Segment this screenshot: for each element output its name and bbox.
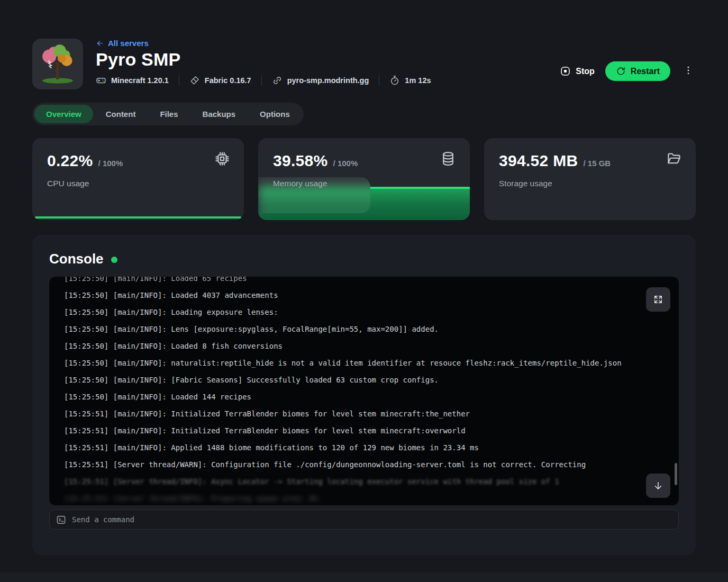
server-nav-tabs: OverviewContentFilesBackupsOptions bbox=[32, 103, 304, 125]
stats-row: 0.22% / 100% CPU usage 39.58% / 100% Mem… bbox=[32, 138, 696, 220]
stopwatch-icon bbox=[389, 75, 400, 86]
server-online-status-dot bbox=[111, 257, 117, 263]
storage-usage-limit: / 15 GB bbox=[583, 159, 611, 168]
memory-usage-limit: / 100% bbox=[333, 159, 358, 168]
command-input[interactable] bbox=[72, 515, 672, 524]
console-log-lines: [15:25:50] [main/INFO]: Loaded 65 recipe… bbox=[64, 277, 679, 505]
page-title: Pyro SMP bbox=[96, 49, 441, 70]
memory-usage-value: 39.58% bbox=[273, 152, 328, 170]
restart-button[interactable]: Restart bbox=[605, 61, 670, 81]
tab-overview[interactable]: Overview bbox=[34, 105, 93, 123]
stop-button-label: Stop bbox=[576, 67, 595, 76]
server-meta-label: 1m 12s bbox=[405, 76, 431, 85]
tab-options[interactable]: Options bbox=[248, 105, 302, 123]
fabric-icon bbox=[189, 75, 200, 86]
tab-content[interactable]: Content bbox=[94, 105, 148, 123]
server-meta-item: 1m 12s bbox=[379, 75, 441, 86]
gamepad-icon bbox=[96, 75, 106, 86]
console-log-line: [15:25:50] [main/INFO]: Loading exposure… bbox=[64, 304, 679, 321]
memory-usage-card: 39.58% / 100% Memory usage bbox=[258, 138, 470, 220]
server-avatar bbox=[32, 39, 83, 89]
more-options-button[interactable] bbox=[681, 63, 696, 79]
arrow-left-icon bbox=[96, 39, 104, 48]
console-log-line: [15:25:50] [main/INFO]: [Fabric Seasons]… bbox=[64, 371, 679, 388]
tab-backups[interactable]: Backups bbox=[191, 105, 248, 123]
console-section: Console [15:25:50] [main/INFO]: Loaded 6… bbox=[32, 235, 696, 555]
server-meta-row: Minecraft 1.20.1Fabric 0.16.7pyro-smp.mo… bbox=[96, 75, 441, 86]
cpu-usage-value: 0.22% bbox=[47, 152, 93, 170]
console-log-line: [15:25:51] [Server thread/INFO]: Async L… bbox=[64, 473, 679, 490]
tree-avatar-image bbox=[35, 42, 80, 86]
back-link-label: All servers bbox=[108, 39, 149, 48]
console-log-line: [15:25:51] [main/INFO]: Applied 1488 bio… bbox=[64, 439, 679, 456]
cpu-chip-icon bbox=[214, 151, 230, 167]
stop-button[interactable]: Stop bbox=[560, 66, 595, 77]
server-meta-item: Minecraft 1.20.1 bbox=[96, 75, 179, 86]
expand-icon bbox=[653, 294, 663, 305]
command-input-row bbox=[49, 510, 679, 530]
console-log-line: [15:25:51] [main/INFO]: Initialized Terr… bbox=[64, 422, 679, 439]
terminal-prompt-icon bbox=[56, 515, 66, 525]
console-log-line: [15:25:50] [main/INFO]: Lens [exposure:s… bbox=[64, 321, 679, 338]
restart-button-label: Restart bbox=[631, 67, 660, 76]
storage-usage-value: 394.52 MB bbox=[499, 152, 578, 170]
console-log-line: [15:25:50] [main/INFO]: Loaded 4037 adva… bbox=[64, 287, 679, 304]
restart-icon bbox=[616, 66, 626, 76]
cpu-usage-bar bbox=[35, 216, 241, 219]
server-meta-item[interactable]: pyro-smp.modrinth.gg bbox=[261, 75, 379, 86]
console-log-line: [15:25:50] [main/INFO]: Loaded 8 fish co… bbox=[64, 338, 679, 354]
server-meta-item: Fabric 0.16.7 bbox=[179, 75, 261, 86]
server-meta-label: Fabric 0.16.7 bbox=[205, 76, 251, 85]
console-log-line: [15:25:51] [main/INFO]: Initialized Terr… bbox=[64, 405, 679, 422]
console-log-line: [15:25:50] [main/INFO]: Loaded 65 recipe… bbox=[64, 277, 679, 287]
storage-usage-label: Storage usage bbox=[499, 179, 681, 188]
server-meta-label: Minecraft 1.20.1 bbox=[111, 76, 169, 85]
header-actions: Stop Restart bbox=[560, 53, 696, 89]
kebab-menu-icon bbox=[683, 65, 694, 76]
console-log-line: [15:25:50] [main/INFO]: Loaded 144 recip… bbox=[64, 388, 679, 405]
console-fullscreen-button[interactable] bbox=[646, 287, 670, 312]
back-to-all-servers-link[interactable]: All servers bbox=[96, 39, 441, 48]
console-log-viewport[interactable]: [15:25:50] [main/INFO]: Loaded 65 recipe… bbox=[49, 277, 679, 505]
server-header: All servers Pyro SMP Minecraft 1.20.1Fab… bbox=[32, 0, 696, 89]
tab-files[interactable]: Files bbox=[148, 105, 189, 123]
stop-icon bbox=[560, 66, 571, 77]
console-title: Console bbox=[49, 251, 104, 267]
page-bottom-band bbox=[0, 572, 728, 582]
server-meta-label: pyro-smp.modrinth.gg bbox=[287, 76, 369, 85]
database-icon bbox=[440, 151, 456, 167]
storage-usage-card: 394.52 MB / 15 GB Storage usage bbox=[484, 138, 696, 220]
cpu-usage-limit: / 100% bbox=[98, 159, 123, 168]
cpu-usage-card: 0.22% / 100% CPU usage bbox=[32, 138, 244, 220]
folder-open-icon bbox=[666, 151, 682, 167]
console-log-line: [15:25:52] [Server thread/INFO]: Prepari… bbox=[64, 490, 679, 505]
memory-usage-label: Memory usage bbox=[273, 179, 455, 188]
link-icon bbox=[272, 75, 283, 86]
console-log-line: [15:25:50] [main/INFO]: naturalist:repti… bbox=[64, 354, 679, 371]
cpu-usage-label: CPU usage bbox=[47, 179, 229, 188]
console-log-line: [15:25:51] [Server thread/WARN]: Configu… bbox=[64, 456, 679, 473]
